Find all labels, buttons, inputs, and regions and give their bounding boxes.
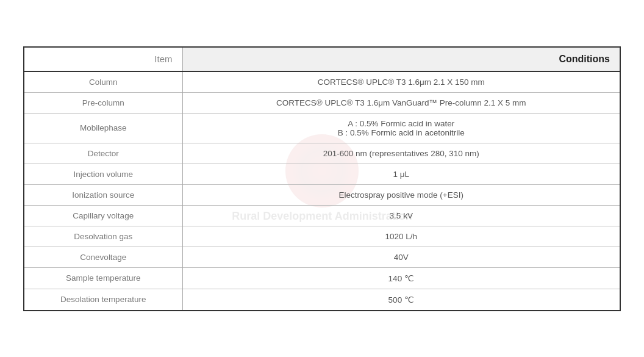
table-row: ColumnCORTECS® UPLC® T3 1.6μm 2.1 X 150 …: [24, 71, 620, 93]
item-cell: Desolation temperature: [24, 289, 182, 311]
conditions-cell: 500 ℃: [182, 289, 620, 311]
conditions-cell: 40V: [182, 247, 620, 267]
item-cell: Capillary voltage: [24, 205, 182, 226]
table-row: Capillary voltage3.5 kV: [24, 205, 620, 226]
conditions-cell: CORTECS® UPLC® T3 1.6μm 2.1 X 150 mm: [182, 71, 620, 93]
conditions-cell: 3.5 kV: [182, 205, 620, 226]
table-row: Desolation temperature500 ℃: [24, 289, 620, 311]
conditions-cell: CORTECS® UPLC® T3 1.6μm VanGuard™ Pre-co…: [182, 92, 620, 113]
item-column-header: Item: [24, 47, 182, 71]
conditions-cell: A : 0.5% Formic acid in waterB : 0.5% Fo…: [182, 113, 620, 143]
table-row: Injection volume1 μL: [24, 164, 620, 184]
item-cell: Conevoltage: [24, 247, 182, 267]
conditions-column-header: Conditions: [182, 47, 620, 71]
table-row: Ionization sourceElectrospray positive m…: [24, 184, 620, 205]
table-row: Sample temperature140 ℃: [24, 267, 620, 289]
conditions-cell: 1020 L/h: [182, 226, 620, 247]
table-row: Conevoltage40V: [24, 247, 620, 267]
main-table-wrapper: Item Conditions ColumnCORTECS® UPLC® T3 …: [23, 46, 621, 311]
item-cell: Mobilephase: [24, 113, 182, 143]
item-cell: Pre-column: [24, 92, 182, 113]
item-cell: Injection volume: [24, 164, 182, 184]
conditions-table: Item Conditions ColumnCORTECS® UPLC® T3 …: [23, 46, 621, 311]
table-row: Pre-columnCORTECS® UPLC® T3 1.6μm VanGua…: [24, 92, 620, 113]
item-cell: Sample temperature: [24, 267, 182, 289]
table-row: MobilephaseA : 0.5% Formic acid in water…: [24, 113, 620, 143]
table-row: Detector201-600 nm (representatives 280,…: [24, 143, 620, 164]
conditions-cell: 1 μL: [182, 164, 620, 184]
item-cell: Detector: [24, 143, 182, 164]
item-cell: Desolvation gas: [24, 226, 182, 247]
conditions-cell: Electrospray positive mode (+ESI): [182, 184, 620, 205]
item-cell: Ionization source: [24, 184, 182, 205]
conditions-cell: 201-600 nm (representatives 280, 310 nm): [182, 143, 620, 164]
table-row: Desolvation gas1020 L/h: [24, 226, 620, 247]
conditions-cell: 140 ℃: [182, 267, 620, 289]
item-cell: Column: [24, 71, 182, 93]
table-header-row: Item Conditions: [24, 47, 620, 71]
